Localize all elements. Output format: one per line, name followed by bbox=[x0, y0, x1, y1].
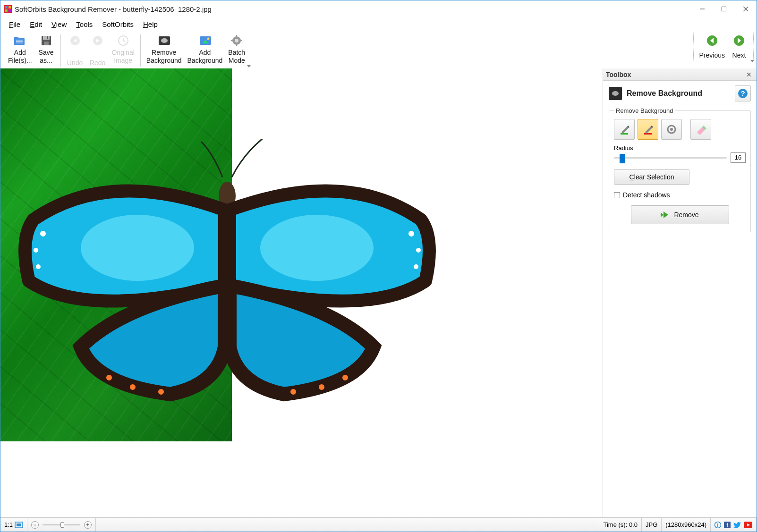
svg-point-51 bbox=[260, 215, 374, 281]
twitter-icon[interactable] bbox=[733, 522, 741, 528]
svg-rect-6 bbox=[722, 7, 726, 11]
svg-rect-4 bbox=[9, 9, 11, 12]
zoom-ratio-label: 1:1 bbox=[4, 521, 13, 528]
toolbox-header: Toolbox ✕ bbox=[603, 68, 757, 81]
undo-button[interactable]: Undo bbox=[64, 33, 86, 68]
menubar: File Edit View Tools SoftOrbits Help bbox=[0, 17, 757, 31]
svg-rect-68 bbox=[17, 524, 21, 526]
svg-point-24 bbox=[161, 38, 168, 43]
marker-red-button[interactable] bbox=[638, 119, 658, 140]
svg-point-45 bbox=[130, 384, 136, 390]
original-image-button[interactable]: OriginalImage bbox=[109, 33, 137, 68]
info-icon[interactable]: i bbox=[714, 522, 721, 528]
save-as-label1: Save bbox=[39, 49, 54, 56]
add-files-label1: Add bbox=[14, 49, 26, 56]
addbg-label2: Background bbox=[187, 57, 223, 64]
marker-green-button[interactable] bbox=[614, 119, 635, 140]
arrow-left-icon bbox=[706, 34, 718, 47]
svg-rect-3 bbox=[5, 9, 8, 12]
status-spacer bbox=[96, 518, 600, 532]
radius-slider[interactable] bbox=[614, 153, 727, 162]
svg-marker-65 bbox=[661, 212, 663, 217]
svg-point-40 bbox=[36, 264, 41, 269]
next-button[interactable]: Next bbox=[728, 33, 750, 60]
app-icon bbox=[4, 5, 12, 13]
clock-icon bbox=[117, 34, 129, 47]
menu-file[interactable]: File bbox=[4, 19, 25, 30]
menu-view[interactable]: View bbox=[47, 19, 71, 30]
svg-point-39 bbox=[34, 248, 38, 253]
radius-value[interactable]: 16 bbox=[731, 152, 746, 163]
zoom-out-button[interactable]: − bbox=[31, 521, 39, 529]
svg-text:f: f bbox=[726, 522, 728, 528]
menu-softorbits[interactable]: SoftOrbits bbox=[97, 19, 138, 30]
svg-point-52 bbox=[612, 91, 619, 96]
status-dimensions: (1280x960x24) bbox=[662, 518, 711, 532]
svg-rect-55 bbox=[621, 133, 628, 135]
section-icon bbox=[609, 87, 622, 100]
add-files-button[interactable]: AddFile(s)... bbox=[5, 33, 35, 66]
orig-label1: Original bbox=[112, 49, 135, 56]
svg-rect-33 bbox=[240, 40, 242, 41]
svg-marker-66 bbox=[663, 211, 668, 218]
save-as-button[interactable]: Saveas... bbox=[35, 33, 58, 66]
slider-thumb[interactable] bbox=[620, 154, 625, 163]
minimize-button[interactable] bbox=[691, 1, 713, 17]
previous-button[interactable]: Previous bbox=[697, 33, 728, 60]
batch-mode-button[interactable]: BatchMode bbox=[225, 33, 248, 66]
svg-rect-15 bbox=[43, 36, 50, 40]
svg-rect-1 bbox=[5, 6, 8, 8]
menu-edit[interactable]: Edit bbox=[25, 19, 47, 30]
detect-shadows-checkbox[interactable] bbox=[614, 192, 620, 198]
facebook-icon[interactable]: f bbox=[724, 522, 731, 528]
svg-rect-58 bbox=[644, 133, 652, 135]
magic-wand-button[interactable] bbox=[661, 119, 682, 140]
menu-help[interactable]: Help bbox=[138, 19, 162, 30]
svg-point-42 bbox=[416, 248, 421, 253]
pencil-red-icon bbox=[642, 124, 654, 135]
svg-marker-56 bbox=[621, 127, 629, 134]
detect-shadows-label: Detect shadows bbox=[623, 191, 670, 199]
svg-line-22 bbox=[123, 41, 125, 42]
help-button[interactable]: ? bbox=[735, 85, 751, 101]
rmbg-label2: Background bbox=[146, 57, 182, 64]
zoom-in-button[interactable]: + bbox=[84, 521, 92, 529]
youtube-icon[interactable] bbox=[744, 522, 752, 528]
save-icon bbox=[40, 34, 52, 47]
wand-icon bbox=[666, 124, 677, 135]
add-bg-button[interactable]: AddBackground bbox=[185, 33, 226, 66]
redo-button[interactable]: Redo bbox=[86, 33, 109, 68]
svg-text:i: i bbox=[717, 523, 719, 528]
next-label: Next bbox=[732, 51, 746, 59]
clear-selection-button[interactable]: Clear Selection bbox=[614, 169, 689, 185]
svg-point-48 bbox=[319, 384, 324, 390]
addbg-label1: Add bbox=[199, 49, 211, 56]
svg-point-38 bbox=[40, 231, 46, 236]
remove-bg-button[interactable]: RemoveBackground bbox=[144, 33, 185, 66]
remove-button[interactable]: Remove bbox=[631, 205, 729, 224]
zoom-ratio-button[interactable]: 1:1 bbox=[0, 518, 27, 532]
svg-rect-30 bbox=[236, 35, 237, 37]
menu-tools[interactable]: Tools bbox=[71, 19, 97, 30]
svg-rect-10 bbox=[14, 37, 18, 39]
svg-rect-2 bbox=[9, 6, 11, 8]
nav-overflow-icon[interactable] bbox=[750, 60, 754, 62]
maximize-button[interactable] bbox=[713, 1, 735, 17]
svg-point-29 bbox=[235, 39, 238, 42]
svg-text:?: ? bbox=[740, 89, 745, 97]
toolbox-close-button[interactable]: ✕ bbox=[744, 71, 754, 78]
status-format: JPG bbox=[642, 518, 662, 532]
toolbox-title: Toolbox bbox=[606, 71, 631, 78]
redo-label: Redo bbox=[90, 59, 105, 67]
svg-point-46 bbox=[158, 389, 164, 395]
radius-label: Radius bbox=[614, 144, 746, 152]
zoom-slider[interactable] bbox=[43, 522, 80, 528]
close-button[interactable] bbox=[735, 1, 757, 17]
zoom-slider-thumb[interactable] bbox=[60, 522, 64, 528]
canvas[interactable] bbox=[0, 68, 603, 517]
toolbar-overflow-icon[interactable] bbox=[247, 65, 251, 68]
toolbar: AddFile(s)... Saveas... Undo Redo Origin… bbox=[0, 31, 757, 68]
eraser-button[interactable] bbox=[690, 119, 711, 140]
status-time: Time (s): 0.0 bbox=[599, 518, 641, 532]
svg-point-62 bbox=[670, 128, 673, 131]
